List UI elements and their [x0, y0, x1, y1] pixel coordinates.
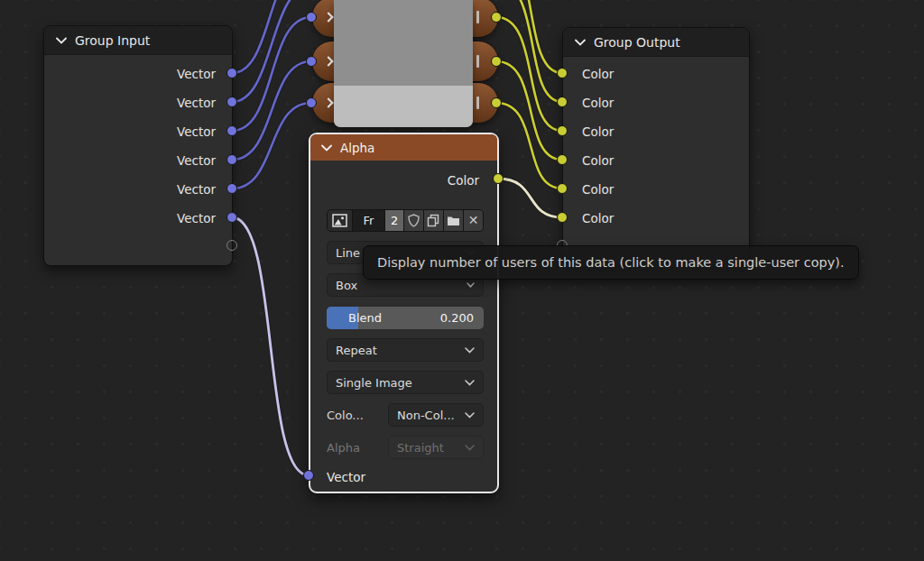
image-id-browser: Fr 2 — [327, 209, 484, 232]
vector-output-socket[interactable] — [226, 97, 237, 107]
alpha-node-header[interactable]: Alpha — [310, 134, 497, 161]
input-row: Color — [563, 117, 749, 146]
image-name-field[interactable]: Fr — [353, 210, 385, 231]
close-icon: ✕ — [468, 213, 479, 227]
vector-output-socket[interactable] — [226, 125, 237, 136]
output-row: Vector — [44, 60, 232, 88]
pill-color-output-socket[interactable] — [491, 56, 502, 67]
noodle-color-2[interactable] — [496, 0, 562, 102]
unlink-image-button[interactable]: ✕ — [464, 210, 483, 231]
input-row: Color — [563, 146, 749, 175]
color-space-label: Colo... — [327, 409, 388, 422]
pill-color-output-socket[interactable] — [491, 97, 502, 108]
image-icon — [332, 214, 347, 227]
chevron-down-icon — [465, 412, 475, 418]
open-image-button[interactable] — [444, 210, 464, 231]
color-input-socket[interactable] — [557, 154, 568, 165]
chevron-down-icon — [467, 282, 475, 288]
output-row: Vector — [44, 204, 232, 233]
color-input-socket[interactable] — [557, 183, 568, 194]
alpha-mode-dropdown: Straight — [388, 436, 484, 459]
folder-icon — [447, 215, 460, 226]
noodle-vector-1[interactable] — [232, 0, 307, 73]
group-output-header[interactable]: Group Output — [563, 28, 749, 57]
color-output-label: Color — [448, 169, 479, 192]
noodle-vector-highlight[interactable] — [232, 217, 309, 475]
node-title: Group Output — [594, 35, 680, 50]
color-input-socket[interactable] — [557, 125, 568, 136]
image-browse-button[interactable] — [328, 210, 352, 231]
repeat-dropdown[interactable]: Repeat — [327, 338, 484, 362]
alpha-mode-label: Alpha — [327, 441, 388, 455]
input-row: Color — [563, 88, 749, 117]
group-input-node[interactable]: Group Input Vector Vector Vector Vector … — [43, 25, 233, 266]
input-row: Color — [563, 60, 749, 88]
chevron-down-icon — [465, 347, 475, 354]
fake-user-button[interactable] — [404, 210, 423, 231]
vector-output-socket[interactable] — [226, 68, 237, 78]
blend-slider[interactable]: Blend 0.200 — [327, 307, 484, 329]
chevron-down-icon — [465, 380, 475, 386]
chevron-down-icon — [465, 445, 475, 451]
shield-icon — [408, 214, 420, 227]
node-title: Alpha — [340, 141, 374, 155]
node-editor-canvas[interactable]: Group Input Vector Vector Vector Vector … — [0, 0, 924, 561]
output-row: Vector — [44, 88, 232, 117]
output-row: Vector — [44, 117, 232, 146]
color-input-socket[interactable] — [557, 68, 568, 78]
chevron-down-icon[interactable] — [321, 144, 332, 152]
node-title: Group Input — [75, 33, 150, 48]
vector-input-label: Vector — [327, 465, 484, 489]
group-input-header[interactable]: Group Input — [44, 26, 232, 55]
copy-icon — [427, 214, 439, 227]
virtual-socket[interactable] — [226, 240, 237, 251]
expand-chevron-icon[interactable] — [323, 97, 333, 107]
output-row: Vector — [44, 175, 232, 204]
color-input-socket[interactable] — [557, 212, 568, 223]
input-row: Color — [563, 175, 749, 204]
vector-output-socket[interactable] — [226, 154, 237, 165]
tooltip: Display number of users of this data (cl… — [363, 245, 859, 280]
pill-vector-input-socket[interactable] — [306, 97, 317, 108]
chevron-down-icon[interactable] — [575, 39, 586, 46]
users-count-button[interactable]: 2 — [385, 210, 403, 231]
new-image-button[interactable] — [424, 210, 443, 231]
source-dropdown[interactable]: Single Image — [327, 371, 484, 394]
image-preview — [334, 0, 473, 127]
tooltip-text: Display number of users of this data (cl… — [377, 255, 845, 270]
expand-chevron-icon[interactable] — [323, 12, 333, 22]
alpha-image-texture-node[interactable]: Alpha Color Fr 2 — [309, 133, 499, 493]
input-row: Color — [563, 204, 749, 233]
group-output-node[interactable]: Group Output Color Color Color Color Col… — [562, 27, 750, 266]
alpha-color-output-socket[interactable] — [493, 173, 504, 184]
color-space-dropdown[interactable]: Non-Col... — [388, 403, 484, 427]
vector-output-socket[interactable] — [226, 212, 237, 223]
pill-color-output-socket[interactable] — [491, 12, 502, 23]
chevron-down-icon[interactable] — [56, 37, 67, 44]
output-row: Vector — [44, 146, 232, 175]
color-input-socket[interactable] — [557, 97, 568, 107]
pill-vector-input-socket[interactable] — [306, 12, 317, 23]
alpha-vector-input-socket[interactable] — [303, 470, 314, 481]
expand-chevron-icon[interactable] — [323, 56, 333, 66]
pill-vector-input-socket[interactable] — [306, 56, 317, 67]
vector-output-socket[interactable] — [226, 183, 237, 194]
